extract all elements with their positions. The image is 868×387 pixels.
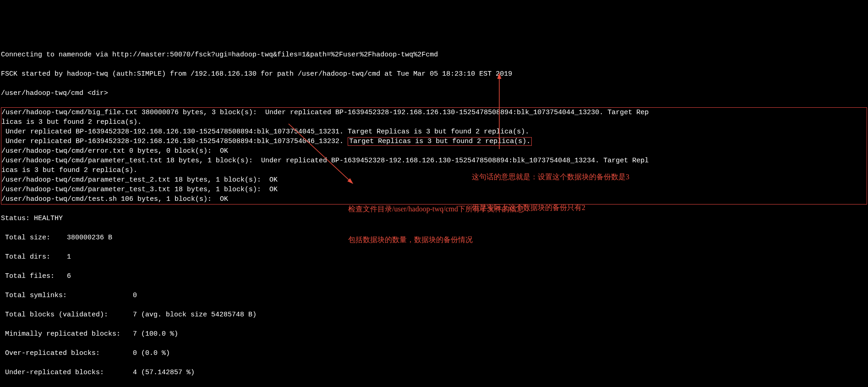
annotation-check-l2: 包括数据块的数量，数据块的备份情况 — [348, 235, 531, 245]
file-parameter-test-cont: icas is 3 but found 2 replica(s). — [1, 166, 867, 175]
min-replicated: Minimally replicated blocks: 7 (100.0 %) — [1, 329, 867, 339]
total-blocks: Total blocks (validated): 7 (avg. block … — [1, 310, 867, 320]
annotation-replica-l1: 这句话的意思就是：设置这个数据块的备份数是3 — [472, 172, 629, 182]
file-parameter-test: /user/hadoop-twq/cmd/parameter_test.txt … — [1, 156, 867, 166]
file-big-file-cont: licas is 3 but found 2 replica(s). — [1, 117, 867, 127]
over-replicated: Over-replicated blocks: 0 (0.0 %) — [1, 348, 867, 358]
annotation-check-files: 检查文件目录/user/hadoop-twq/cmd下所有子文件的信息： 包括数… — [348, 183, 531, 255]
fsck-connecting-line: Connecting to namenode via http://master… — [1, 50, 867, 60]
ur2-pre: Under replicated BP-1639452328-192.168.1… — [1, 138, 348, 145]
under-replicated-1: Under replicated BP-1639452328-192.168.1… — [1, 127, 867, 137]
fsck-path-dir: /user/hadoop-twq/cmd <dir> — [1, 88, 867, 98]
under-replicated: Under-replicated blocks: 4 (57.142857 %) — [1, 368, 867, 377]
target-replicas-highlight: Target Replicas is 3 but found 2 replica… — [348, 137, 532, 146]
annotation-check-l1: 检查文件目录/user/hadoop-twq/cmd下所有子文件的信息： — [348, 204, 531, 214]
fsck-started-line: FSCK started by hadoop-twq (auth:SIMPLE)… — [1, 69, 867, 79]
total-files: Total files: 6 — [1, 271, 867, 281]
under-replicated-2: Under replicated BP-1639452328-192.168.1… — [1, 137, 867, 146]
file-error-txt: /user/hadoop-twq/cmd/error.txt 0 bytes, … — [1, 146, 867, 156]
file-big-file: /user/hadoop-twq/cmd/big_file.txt 380000… — [1, 108, 867, 117]
total-symlinks: Total symlinks: 0 — [1, 291, 867, 300]
